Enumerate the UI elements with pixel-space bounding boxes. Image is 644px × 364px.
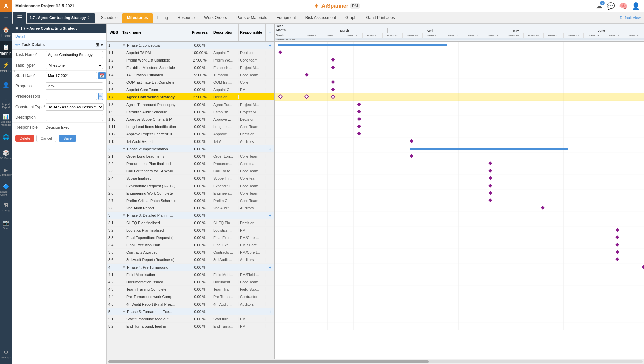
sidebar-item-3dscene[interactable]: 🎲 3D Scene bbox=[0, 146, 12, 163]
save-button[interactable]: Save bbox=[59, 135, 76, 142]
cancel-button[interactable]: Cancel bbox=[36, 135, 56, 142]
table-row[interactable]: 1 ▼Phase 1: conceptual 0.00 % + bbox=[107, 42, 274, 49]
table-row[interactable]: 3.1 SHEQ Plan finalised 0.00 % SHEQ Pla.… bbox=[107, 219, 274, 227]
progress-field-row: Progress bbox=[12, 81, 106, 91]
table-row[interactable]: 1.13 1st Audit Report 0.00 % 1st Audit .… bbox=[107, 138, 274, 145]
expand-icon[interactable]: ⛶ bbox=[88, 15, 92, 20]
tab-equipment[interactable]: Equipment bbox=[272, 13, 300, 23]
tab-schedule[interactable]: Schedule bbox=[96, 13, 122, 23]
brain-icon[interactable]: 🧠 bbox=[619, 2, 628, 10]
table-row[interactable]: 2.3 Call For tenders for TA Work 0.00 % … bbox=[107, 167, 274, 175]
table-row[interactable]: 1.4 TA Duration Estimated 73.00 % Turnar… bbox=[107, 71, 274, 79]
description-field-row: Description bbox=[12, 112, 106, 123]
sidebar-item-planning[interactable]: 📋 Planning bbox=[0, 41, 12, 58]
table-row[interactable]: 3.2 Logistics Plan finalised 0.00 % Logi… bbox=[107, 227, 274, 234]
table-row[interactable]: 1.12 Approve Project Charter/Bu... 0.00 … bbox=[107, 130, 274, 138]
sidebar-item-baseline[interactable]: 📊 Baseline Manager bbox=[0, 111, 12, 128]
sidebar-logo[interactable]: A bbox=[0, 0, 12, 12]
table-row[interactable]: 4 ▼Phase 4: Pre Turnaround 0.00 % + bbox=[107, 264, 274, 271]
default-view-button[interactable]: Default View bbox=[616, 14, 644, 21]
add-column-btn[interactable]: + bbox=[266, 24, 275, 41]
table-row[interactable]: 3 ▼Phase 3: Detailed Plannin... 0.00 % + bbox=[107, 212, 274, 219]
tab-lifting[interactable]: Lifting bbox=[153, 13, 173, 23]
start-date-field-row: Start Date* 📅 bbox=[12, 71, 106, 81]
table-row[interactable]: 1.11 Long Lead Items Identification 0.00… bbox=[107, 123, 274, 130]
user-avatar-icon[interactable]: 👤 bbox=[632, 2, 640, 10]
tab-risk[interactable]: Risk Assessment bbox=[301, 13, 341, 23]
month-may: May bbox=[473, 28, 559, 33]
hamburger-button[interactable]: ☰ bbox=[13, 12, 26, 24]
table-row[interactable]: 4.1 Field Mobilisation 0.00 % Field Mobi… bbox=[107, 271, 274, 278]
table-row[interactable]: 2.8 2nd Audit Report 0.00 % 2nd Audit ..… bbox=[107, 204, 274, 212]
chat-icon[interactable]: 💬 bbox=[607, 2, 615, 10]
tab-workorders[interactable]: Work Orders bbox=[199, 13, 232, 23]
sidebar-item-home[interactable]: 🏠 Home bbox=[0, 24, 12, 41]
table-row[interactable]: 2.5 Expenditure Request (+-20%) 0.00 % E… bbox=[107, 182, 274, 190]
sidebar-item-user[interactable]: 👤 bbox=[0, 76, 12, 93]
sidebar-item-settings[interactable]: ⚙ Settings bbox=[0, 345, 12, 363]
predecessors-input[interactable] bbox=[46, 93, 97, 100]
table-row[interactable]: 2.7 Prelim Critical Patch Schedule 0.00 … bbox=[107, 197, 274, 204]
table-row[interactable]: 3.5 Contracts Awarded 0.00 % Contracts .… bbox=[107, 249, 274, 256]
table-row[interactable]: 1.8 Agree Turnaround Philosophy 0.00 % A… bbox=[107, 101, 274, 108]
table-row[interactable]: 3.3 Final Expenditure Request (... 0.00 … bbox=[107, 234, 274, 241]
week-22: Week 22 bbox=[564, 33, 584, 38]
cloud-icon[interactable]: ☁ 0 bbox=[596, 2, 603, 10]
constraint-select[interactable]: ASAP - As Soon As Possible bbox=[46, 103, 104, 111]
start-date-input[interactable] bbox=[46, 72, 97, 79]
table-row[interactable]: 1.6 Appoint Core Team 0.00 % Appoint C..… bbox=[107, 86, 274, 93]
table-row-selected[interactable]: 1.7 Agree Contracting Strategy 27.00 % D… bbox=[107, 93, 274, 101]
table-row[interactable]: 1.5 OOM Estimate List Complete 0.00 % OO… bbox=[107, 79, 274, 86]
tab-parts[interactable]: Parts & Materials bbox=[232, 13, 272, 23]
description-header: Description bbox=[212, 24, 239, 41]
table-row[interactable]: 5 ▼Phase 5: Turnaround Exe... 0.00 % + bbox=[107, 308, 274, 315]
sidebar-item-snap[interactable]: 📷 Snap bbox=[0, 216, 12, 233]
calendar-button[interactable]: 📅 bbox=[98, 72, 106, 79]
sidebar-item-simulation[interactable]: ▶ Simulation bbox=[0, 163, 12, 181]
wbs-header: WBS bbox=[107, 24, 121, 41]
table-row[interactable]: 4.2 Documentation Issued 0.00 % Document… bbox=[107, 278, 274, 286]
table-row[interactable]: 5.1 Start turnaround: feed out 0.00 % St… bbox=[107, 315, 274, 323]
task-type-select[interactable]: Milestone bbox=[46, 62, 103, 69]
sidebar-item-lifting[interactable]: 🏗 Lifting bbox=[0, 198, 12, 216]
predecessors-edit-button[interactable]: ✏ bbox=[98, 93, 103, 100]
progress-input[interactable] bbox=[46, 82, 103, 90]
table-row[interactable]: 2.1 Order Long Lead Items 0.00 % Order L… bbox=[107, 153, 274, 160]
table-row[interactable]: 5.2 End Turnaround: feed in 0.00 % End T… bbox=[107, 323, 274, 330]
table-gantt-headers: WBS Task name Progress Description Respo… bbox=[107, 24, 644, 42]
table-row[interactable]: 4.3 Team Training Complete 0.00 % Team T… bbox=[107, 286, 274, 293]
table-row[interactable]: 1.9 Establish Audit Schedule 0.00 % Esta… bbox=[107, 108, 274, 116]
collapse-section-icon[interactable]: ▾ bbox=[101, 42, 103, 47]
table-row[interactable]: 1.2 Prelim Work List Complete 27.00 % Pr… bbox=[107, 56, 274, 64]
table-row[interactable]: 2.6 Engineering Work Complete 0.00 % Eng… bbox=[107, 190, 274, 197]
gantt-chart-area: ▶ bbox=[275, 42, 644, 359]
tab-gantt-print[interactable]: Gantt Print Jobs bbox=[361, 13, 400, 23]
tab-milestones[interactable]: Milestones bbox=[122, 13, 153, 23]
delete-button[interactable]: Delete bbox=[15, 135, 34, 142]
sidebar-item-space[interactable]: 🔷 Space Agent bbox=[0, 181, 12, 198]
table-row[interactable]: 2.2 Procurement Plan finalised 0.00 % Pr… bbox=[107, 160, 274, 167]
table-row[interactable]: 3.4 Final Execution Plan 0.00 % Final Ex… bbox=[107, 241, 274, 249]
sidebar-hamburger[interactable]: ☰ bbox=[0, 12, 12, 24]
table-row[interactable]: 3.6 3rd Audit Report (Readiness) 0.00 % … bbox=[107, 256, 274, 264]
task-name-input[interactable] bbox=[46, 51, 103, 58]
table-row[interactable]: 4.4 Pre-Turnaround work Comp... 0.00 % P… bbox=[107, 293, 274, 300]
expand-section-icon[interactable]: ⊞ bbox=[95, 42, 99, 47]
tab-graph[interactable]: Graph bbox=[341, 13, 361, 23]
table-row[interactable]: 4.5 4th Audit Report (Final Prep... 0.00… bbox=[107, 300, 274, 308]
table-row[interactable]: 1.10 Approve Scope Criteria & P... 0.00 … bbox=[107, 116, 274, 123]
week-19: Week 19 bbox=[503, 33, 524, 38]
detail-tab[interactable]: Detail bbox=[12, 33, 106, 40]
sidebar-item-globe[interactable]: 🌐 bbox=[0, 128, 12, 146]
table-row[interactable]: 2 ▼Phase 2: Implementation 0.00 % + bbox=[107, 145, 274, 153]
table-row[interactable]: 1.1 Appoint TA PM 100.00 % Appoint T... … bbox=[107, 49, 274, 56]
month-march: March bbox=[302, 28, 388, 33]
week-11: Week 11 bbox=[342, 33, 363, 38]
sidebar-item-import[interactable]: ↕ Import Export bbox=[0, 93, 12, 111]
tab-resource[interactable]: Resource bbox=[173, 13, 199, 23]
table-row[interactable]: 1.3 Establish Milestone Schedule 0.00 % … bbox=[107, 64, 274, 71]
horizontal-scrollbar[interactable] bbox=[107, 359, 644, 364]
description-input[interactable] bbox=[46, 114, 103, 121]
table-row[interactable]: 2.4 Scope finalised 0.00 % Scope fin... … bbox=[107, 175, 274, 182]
sidebar-item-execution[interactable]: ⚡ Execution bbox=[0, 58, 12, 76]
